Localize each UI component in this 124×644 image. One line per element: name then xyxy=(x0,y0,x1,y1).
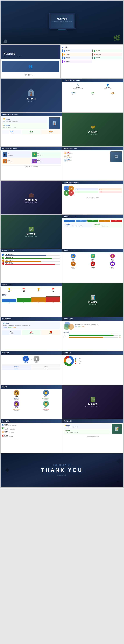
swot-slide: SWOT分析 Market analysis S W O T S 优势 W 劣势 xyxy=(62,181,124,214)
solution-detail-2-header: 解决方法 assessment xyxy=(2,250,60,252)
product-header: 产品展示 Business preview xyxy=(2,148,60,150)
solution-dark: ✅ 解决方案 Product display xyxy=(0,215,62,248)
market-dark: 📊 市场销售 Market Sales xyxy=(62,283,124,316)
finance-dark: 💹 财务融资 Financial Investment xyxy=(62,385,124,419)
thank-you-slide: ✦ ● ◆ — BUSINESS PLAN — THANK YOU 感谢您的聆听 xyxy=(0,454,124,487)
enterprise-profile-slide: 企业简介 Business preview 🔧 专业服务 提供专业的商业解决方案… xyxy=(62,79,124,112)
monitor: 商业计划书 A BUSINESS / MARKETING PRESENTATIO… xyxy=(49,13,75,30)
finance-dark-title: 财务融资 xyxy=(88,403,98,406)
enterprise-detail-header: 企业简介 Business preview xyxy=(3,114,18,116)
solution-dark-subtitle: Product display xyxy=(26,236,37,237)
about-us-subtitle: About Us xyxy=(28,101,34,102)
product-display-subtitle: Product display xyxy=(87,134,98,135)
product-display-content: 产品展示 Business preview 📱 产品A 核心功能介绍 💡 产品B… xyxy=(0,147,62,180)
thank-you-text: THANK YOU xyxy=(41,467,83,473)
row-11: 对手对比分析 ♛ 我方优势 VS ♟ 竞争对手 技 xyxy=(0,351,124,385)
toc-item-2: 2 企业简介 xyxy=(92,50,122,52)
enterprise-detail-slide: 企业简介 Business preview 🏆 企业荣誉 多次荣获行业权威大奖认… xyxy=(0,113,62,146)
row-2: 商业计划书 A BUSINESS / MARKETING PRESENTATIO… xyxy=(0,45,124,78)
swot-header: SWOT分析 Market analysis xyxy=(64,182,122,184)
market-strategy: 市场销售解决方案 🏙️ 市场策略 深耕核心市场，拓展新兴渠道，建立品牌影响力，实… xyxy=(0,317,62,351)
thank-you-sub: 感谢您的聆听 xyxy=(41,474,83,476)
toc-item-7: 7 财务融资 xyxy=(62,60,92,63)
slide-main-subtitle: A BUSINESS / MARKETING PRESENTATION xyxy=(4,56,57,56)
toc-item-6: 6 市场销售 xyxy=(92,56,122,59)
about-us-dark: 👔 关于我们 About Us xyxy=(0,79,62,112)
row-4: 企业简介 Business preview 🏆 企业荣誉 多次荣获行业权威大奖认… xyxy=(0,113,124,146)
market-strategy-header: 市场销售解决方案 xyxy=(2,318,60,320)
competitor-slide: 竞争对手分析学习 通过多维度竞品分析，识别市场机会点，构建差异化竞争优势 我们 … xyxy=(62,317,124,351)
page-container: 商业计划书 A BUSINESS / MARKETING PRESENTATIO… xyxy=(0,0,124,488)
row-12: 核心成员 👩 张总监 CEO / 创始人 战略规划专家 👨 李经理 CTO / … xyxy=(0,385,124,419)
market-dark-subtitle: Market Sales xyxy=(88,304,98,305)
enterprise-plan-header: 全年规划 assessed xyxy=(2,284,60,286)
problems-dark-subtitle: Product display xyxy=(26,202,37,203)
toc-item-3: 3 产品展示 xyxy=(62,53,92,56)
about-us-title: 关于我们 xyxy=(26,98,36,100)
toc-item-5: 5 解决方案 xyxy=(62,56,92,59)
toc-item-4: 4 遇到的问题 xyxy=(92,53,122,56)
solution-content: 解决方法 assessment 分析 设计 实施 评估 优化 🔧 技术方案 采用… xyxy=(62,215,124,248)
market-dark-title: 市场销售 xyxy=(88,301,98,304)
core-members-header: 核心成员 xyxy=(2,386,60,388)
stock-strategy-slide: 上市年运营策略 2024 Q1 完成产品迭代升级，扩大市场份额 xyxy=(0,419,62,453)
slide-business-header: 商业计划书 A BUSINESS / MARKETING PRESENTATIO… xyxy=(0,45,60,78)
add-partner-slide: 添加招募合同页 🤝 合作招募 诚邀志同道合的合作伙伴共同发展 📋 申请流程 提交… xyxy=(62,419,124,453)
problems-dark-title: 遇到的问题 xyxy=(25,199,37,202)
problems-dark: 💼 遇到的问题 Product display xyxy=(0,181,62,214)
enterprise-plan: 全年规划 assessed 💡 创新 ⏰ 效率 🏆 品质 xyxy=(0,283,62,316)
partner-analysis-1: 对手对比分析 ♛ 我方优势 VS ♟ 竞争对手 技 xyxy=(0,351,62,385)
toc-title: 目录 xyxy=(64,46,67,48)
slide-toc: 目录 1 关于我们 2 企业简介 xyxy=(61,45,124,78)
finance-dark-subtitle: Financial Investment xyxy=(85,406,100,407)
add-partner-header: 添加招募合同页 xyxy=(64,420,122,422)
solution-detail-3: 解决方法 assessment 💰 资金支持 专项资金 🤝 合作伙伴 战略合作 xyxy=(62,249,124,282)
row-9: 全年规划 assessed 💡 创新 ⏰ 效率 🏆 品质 xyxy=(0,283,124,316)
row-10: 市场销售解决方案 🏙️ 市场策略 深耕核心市场，拓展新兴渠道，建立品牌影响力，实… xyxy=(0,317,124,351)
slide-main-title: 商业计划书 xyxy=(4,53,57,55)
stock-header: 上市年运营策略 xyxy=(2,420,60,422)
product-display-dark: 🤝 产品展示 Product display xyxy=(62,113,124,146)
problems-content: 遇到的问题 About alone ⚠️ 问题一 市场竞争激烈 🔍 xyxy=(62,147,124,180)
cover-slide: 商业计划书 A BUSINESS / MARKETING PRESENTATIO… xyxy=(0,0,124,44)
row-6: 💼 遇到的问题 Product display SWOT分析 Market an… xyxy=(0,181,124,214)
product-display-title: 产品展示 xyxy=(88,131,98,133)
row-3: 👔 关于我们 About Us 企业简介 Business preview 🔧 … xyxy=(0,79,124,112)
row-8: 解决方法 assessment ✏️ 方案一：流程优化 🌱 xyxy=(0,249,124,282)
partner-header: 对手对比分析 xyxy=(2,352,60,354)
core-members-slide: 核心成员 👩 张总监 CEO / 创始人 战略规划专家 👨 李经理 CTO / … xyxy=(0,385,62,419)
solution-detail-2: 解决方法 assessment ✏️ 方案一：流程优化 🌱 xyxy=(0,249,62,282)
partner-analysis-2: 对手对比分析 % 市场份额 40% xyxy=(62,351,124,385)
problems-header: 遇到的问题 About alone xyxy=(64,148,122,150)
partner-header-2: 对手对比分析 xyxy=(64,352,122,354)
row-13: 上市年运营策略 2024 Q1 完成产品迭代升级，扩大市场份额 xyxy=(0,419,124,453)
competitor-header: 竞争对手分析学习 xyxy=(64,318,122,320)
row-5: 产品展示 Business preview 📱 产品A 核心功能介绍 💡 产品B… xyxy=(0,147,124,180)
solution-header: 解决方法 assessment xyxy=(64,216,122,218)
row-7: ✅ 解决方案 Product display 解决方法 assessment 分… xyxy=(0,215,124,248)
enterprise-header: 企业简介 Business preview xyxy=(65,80,80,81)
solution-detail-3-header: 解决方法 assessment xyxy=(64,250,122,252)
toc-item-1: 1 关于我们 xyxy=(62,50,92,52)
solution-dark-title: 解决方案 xyxy=(26,233,36,236)
